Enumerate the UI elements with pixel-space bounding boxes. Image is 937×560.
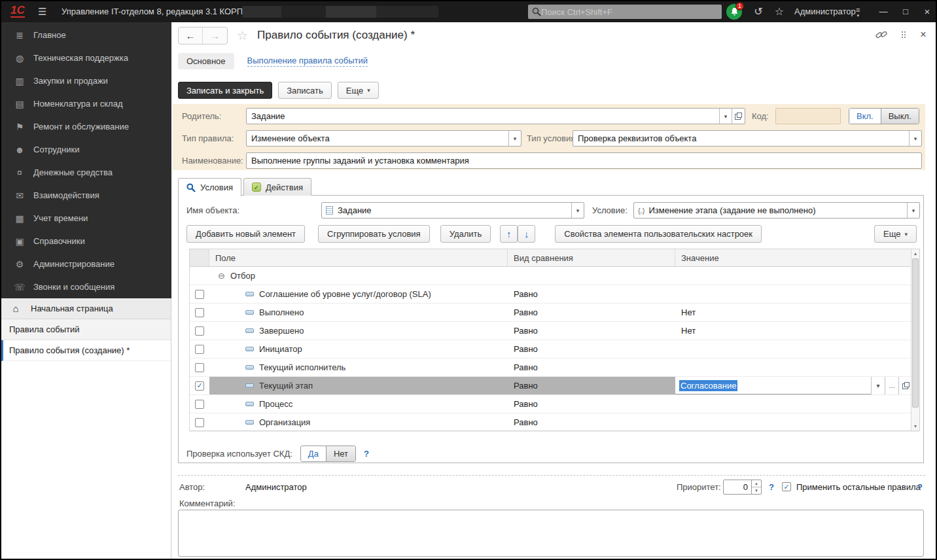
scrollbar-thumb[interactable] bbox=[912, 258, 919, 408]
more-button[interactable]: Еще▾ bbox=[338, 82, 379, 99]
group-conditions-button[interactable]: Сгруппировать условия bbox=[318, 225, 430, 243]
save-and-close-button[interactable]: Записать и закрыть bbox=[178, 82, 272, 99]
value-ellipsis-button[interactable]: … bbox=[885, 377, 898, 394]
group-row[interactable]: ⊖Отбор bbox=[190, 267, 919, 285]
skd-no-button[interactable]: Нет bbox=[326, 446, 355, 461]
tab-conditions[interactable]: Условия bbox=[178, 178, 241, 196]
sidebar-item-Взаимодействия[interactable]: ✉Взаимодействия bbox=[1, 184, 171, 207]
move-down-button[interactable]: ↓ bbox=[518, 225, 535, 243]
open-parent-button[interactable] bbox=[732, 109, 745, 124]
forward-button[interactable]: → bbox=[203, 27, 227, 44]
sidebar-item-Ремонт и обслуживание[interactable]: ⚑Ремонт и обслуживание bbox=[1, 115, 171, 138]
table-row[interactable]: ОрганизацияРавно bbox=[190, 413, 919, 432]
sidebar-item-Учет времени[interactable]: ▦Учет времени bbox=[1, 207, 171, 230]
tab-main[interactable]: Основное bbox=[178, 53, 234, 69]
apply-other-rules-checkbox[interactable]: ✓ bbox=[782, 482, 791, 491]
sidebar-item-Звонки и сообщения[interactable]: ☏Звонки и сообщения bbox=[1, 275, 171, 298]
table-row[interactable]: ЗавершеноРавноНет bbox=[190, 322, 919, 340]
table-row[interactable]: Соглашение об уровне услуг/договор (SLA)… bbox=[190, 285, 919, 304]
row-checkbox[interactable] bbox=[195, 308, 204, 317]
row-select-cell bbox=[190, 304, 209, 321]
parent-field[interactable]: Задание ▾ bbox=[246, 108, 745, 124]
sidebar-item-Закупки и продажи[interactable]: ▥Закупки и продажи bbox=[1, 69, 171, 92]
sidebar-nav-item[interactable]: Правила событий bbox=[1, 319, 171, 340]
name-field[interactable] bbox=[246, 152, 922, 169]
sidebar-item-Справочники[interactable]: ▣Справочники bbox=[1, 230, 171, 253]
sidebar-item-Денежные средства[interactable]: ¤Денежные средства bbox=[1, 161, 171, 184]
move-up-button[interactable]: ↑ bbox=[500, 225, 518, 243]
skd-yes-button[interactable]: Да bbox=[301, 446, 326, 461]
row-checkbox[interactable]: ✓ bbox=[195, 381, 204, 391]
table-row[interactable]: ИнициаторРавно bbox=[190, 340, 919, 359]
scroll-up-icon[interactable]: ▲ bbox=[911, 251, 919, 256]
add-element-button[interactable]: Добавить новый элемент bbox=[186, 225, 305, 243]
history-icon[interactable]: ↺ bbox=[751, 1, 766, 22]
current-user[interactable]: Администратор bbox=[794, 1, 856, 22]
apply-help-link[interactable]: ? bbox=[917, 479, 923, 495]
books-icon: ▣ bbox=[13, 236, 26, 247]
toggle-on-button[interactable]: Вкл. bbox=[849, 109, 881, 124]
maximize-button[interactable]: □ bbox=[899, 1, 912, 22]
favorite-star-icon[interactable]: ☆ bbox=[237, 28, 248, 43]
sidebar-item-Техническая поддержка[interactable]: ◍Техническая поддержка bbox=[1, 46, 171, 69]
main-menu-icon[interactable]: ☰ bbox=[38, 6, 46, 18]
table-more-button[interactable]: Еще▾ bbox=[874, 225, 917, 243]
sidebar-item-Администрирование[interactable]: ⚙Администрирование bbox=[1, 253, 171, 275]
row-checkbox[interactable] bbox=[195, 290, 204, 299]
scroll-down-icon[interactable]: ▼ bbox=[911, 424, 919, 429]
sidebar-item-Номенклатура и склад[interactable]: ▤Номенклатура и склад bbox=[1, 92, 171, 115]
sidebar-item-Главное[interactable]: ≣Главное bbox=[1, 24, 171, 46]
search-input[interactable] bbox=[541, 7, 718, 17]
value-open-button[interactable] bbox=[898, 377, 912, 394]
get-link-button[interactable] bbox=[875, 29, 887, 41]
value-editor[interactable]: Согласование bbox=[675, 377, 871, 394]
condition-type-select[interactable]: Проверка реквизитов объекта ▾ bbox=[573, 130, 922, 147]
row-checkbox[interactable] bbox=[195, 363, 204, 372]
chevron-down-icon[interactable]: ▾ bbox=[907, 203, 919, 218]
minimize-button[interactable]: — bbox=[877, 1, 890, 22]
sidebar-nav-item[interactable]: ⌂Начальная страница bbox=[1, 298, 171, 319]
table-row[interactable]: Текущий исполнительРавно bbox=[190, 359, 919, 377]
priority-input[interactable] bbox=[724, 480, 751, 494]
chevron-down-icon[interactable]: ▾ bbox=[571, 203, 584, 218]
collapse-icon[interactable]: ⊖ bbox=[218, 271, 225, 281]
table-row[interactable]: ПроцессРавно bbox=[190, 395, 919, 413]
global-search[interactable] bbox=[528, 5, 722, 19]
link-rule-execution[interactable]: Выполнение правила событий bbox=[247, 56, 368, 67]
delete-button[interactable]: Удалить bbox=[440, 225, 491, 243]
chevron-down-icon[interactable]: ▾ bbox=[909, 131, 921, 146]
close-window-button[interactable]: × bbox=[921, 1, 934, 22]
header-field[interactable]: Поле bbox=[209, 249, 508, 266]
skd-help-link[interactable]: ? bbox=[364, 449, 369, 459]
row-checkbox[interactable] bbox=[195, 326, 204, 336]
sidebar-item-Сотрудники[interactable]: ☻Сотрудники bbox=[1, 138, 171, 161]
more-menu-button[interactable] bbox=[898, 29, 910, 41]
header-comparison[interactable]: Вид сравнения bbox=[508, 249, 675, 266]
table-row[interactable]: ВыполненоРавноНет bbox=[190, 304, 919, 322]
service-menu-icon[interactable]: ≡ ▾ bbox=[856, 7, 860, 18]
spin-up-icon[interactable]: ▲ bbox=[752, 480, 761, 487]
close-form-button[interactable]: × bbox=[917, 29, 929, 41]
priority-help-link[interactable]: ? bbox=[769, 479, 774, 495]
chevron-down-icon[interactable]: ▾ bbox=[719, 109, 732, 124]
chevron-down-icon[interactable]: ▾ bbox=[508, 131, 521, 146]
row-checkbox[interactable] bbox=[195, 400, 204, 409]
rule-type-select[interactable]: Изменение объекта ▾ bbox=[246, 130, 522, 147]
save-button[interactable]: Записать bbox=[278, 82, 332, 99]
toggle-off-button[interactable]: Выкл. bbox=[881, 109, 919, 124]
favorites-star-icon[interactable]: ☆ bbox=[772, 1, 787, 22]
user-settings-properties-button[interactable]: Свойства элемента пользовательских настр… bbox=[555, 225, 762, 243]
value-dropdown-button[interactable]: ▾ bbox=[871, 377, 885, 394]
comment-field[interactable] bbox=[178, 510, 924, 557]
object-name-select[interactable]: Задание ▾ bbox=[321, 202, 584, 219]
sidebar-nav-item[interactable]: Правило события (создание) * bbox=[1, 340, 171, 361]
header-value[interactable]: Значение bbox=[675, 249, 912, 266]
table-scrollbar[interactable]: ▲ ▼ bbox=[911, 249, 919, 430]
spin-down-icon[interactable]: ▼ bbox=[752, 487, 761, 494]
row-checkbox[interactable] bbox=[195, 418, 204, 427]
row-checkbox[interactable] bbox=[195, 345, 204, 354]
back-button[interactable]: ← bbox=[179, 27, 203, 44]
condition-select[interactable]: {..} Изменение этапа (задание не выполне… bbox=[633, 202, 920, 219]
table-row[interactable]: ✓Текущий этапРавноСогласование▾… bbox=[190, 377, 919, 395]
tab-actions[interactable]: ✓ Действия bbox=[243, 178, 311, 196]
